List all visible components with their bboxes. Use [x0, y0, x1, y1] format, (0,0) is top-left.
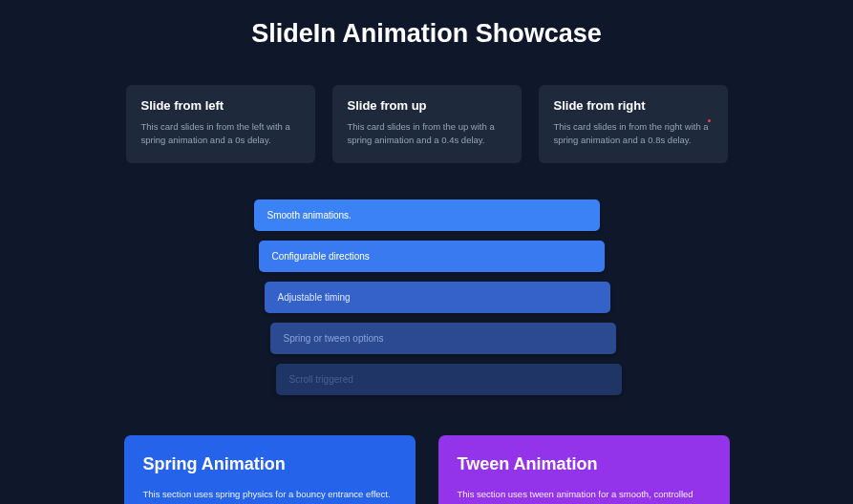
card-slide-right: Slide from right This card slides in fro…	[539, 85, 728, 163]
card-desc: This card slides in from the up with a s…	[348, 120, 506, 148]
feature-bar: Adjustable timing	[265, 282, 610, 313]
panel-desc: This section uses tween animation for a …	[458, 488, 711, 505]
feature-bar: Smooth animations.	[254, 200, 600, 231]
feature-bar: Scroll triggered	[276, 364, 622, 395]
card-slide-left: Slide from left This card slides in from…	[126, 85, 315, 163]
card-title: Slide from up	[348, 98, 506, 113]
panel-title: Spring Animation	[143, 454, 396, 474]
feature-bar: Spring or tween options	[270, 323, 616, 354]
page-root: SlideIn Animation Showcase Slide from le…	[0, 0, 853, 504]
card-title: Slide from left	[141, 98, 300, 113]
panel-desc: This section uses spring physics for a b…	[143, 488, 396, 505]
cursor-dot-icon	[708, 119, 711, 122]
card-desc: This card slides in from the left with a…	[141, 120, 300, 148]
panel-tween: Tween Animation This section uses tween …	[438, 435, 730, 505]
card-title: Slide from right	[554, 98, 713, 113]
feature-bars: Smooth animations. Configurable directio…	[0, 200, 853, 395]
panel-spring: Spring Animation This section uses sprin…	[124, 435, 416, 505]
card-desc: This card slides in from the right with …	[554, 120, 713, 148]
panel-title: Tween Animation	[458, 454, 711, 474]
feature-bar: Configurable directions	[259, 241, 605, 272]
panels-row: Spring Animation This section uses sprin…	[0, 435, 853, 505]
card-slide-up: Slide from up This card slides in from t…	[332, 85, 522, 163]
page-title: SlideIn Animation Showcase	[0, 19, 853, 49]
cards-row: Slide from left This card slides in from…	[0, 85, 853, 163]
